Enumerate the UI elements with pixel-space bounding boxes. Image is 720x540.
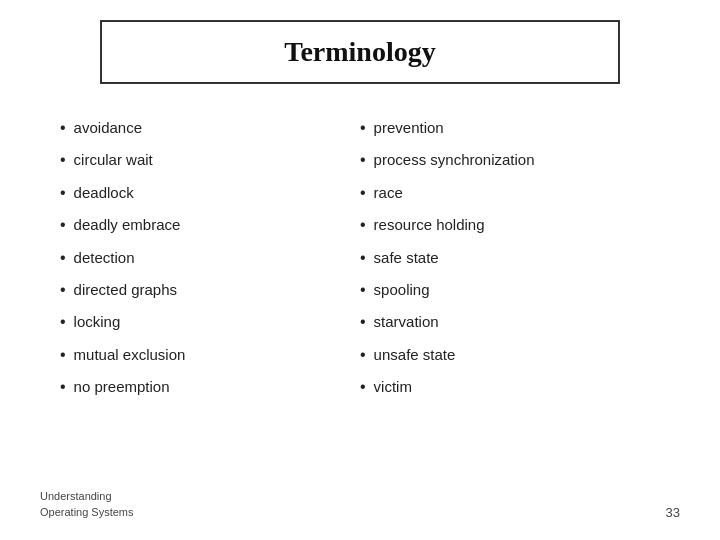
bullet-label: process synchronization	[374, 149, 535, 170]
slide-title: Terminology	[284, 36, 435, 67]
bullet-dot: •	[60, 344, 66, 366]
list-item: •deadlock	[60, 179, 360, 207]
list-item: •deadly embrace	[60, 211, 360, 239]
bullet-label: starvation	[374, 311, 439, 332]
footer-text: Understanding Operating Systems	[40, 489, 134, 520]
bullet-dot: •	[360, 149, 366, 171]
list-item: •unsafe state	[360, 341, 660, 369]
bullet-label: circular wait	[74, 149, 153, 170]
list-item: •starvation	[360, 308, 660, 336]
bullet-label: no preemption	[74, 376, 170, 397]
bullet-dot: •	[360, 182, 366, 204]
bullet-dot: •	[360, 279, 366, 301]
list-item: •race	[360, 179, 660, 207]
list-item: •mutual exclusion	[60, 341, 360, 369]
bullet-label: prevention	[374, 117, 444, 138]
bullet-label: safe state	[374, 247, 439, 268]
bullet-dot: •	[360, 311, 366, 333]
footer-line2: Operating Systems	[40, 505, 134, 520]
bullet-label: directed graphs	[74, 279, 177, 300]
title-box: Terminology	[100, 20, 620, 84]
list-item: •spooling	[360, 276, 660, 304]
bullet-label: deadly embrace	[74, 214, 181, 235]
bullet-dot: •	[60, 182, 66, 204]
bullet-label: mutual exclusion	[74, 344, 186, 365]
bullet-dot: •	[360, 344, 366, 366]
bullet-dot: •	[360, 214, 366, 236]
bullet-dot: •	[60, 376, 66, 398]
bullet-label: resource holding	[374, 214, 485, 235]
page-number: 33	[666, 505, 680, 520]
right-column: •prevention•process synchronization•race…	[360, 114, 660, 479]
footer: Understanding Operating Systems 33	[40, 479, 680, 520]
bullet-dot: •	[60, 247, 66, 269]
bullet-label: detection	[74, 247, 135, 268]
footer-line1: Understanding	[40, 489, 134, 504]
bullet-label: deadlock	[74, 182, 134, 203]
bullet-label: spooling	[374, 279, 430, 300]
list-item: •no preemption	[60, 373, 360, 401]
slide: Terminology •avoidance•circular wait•dea…	[0, 0, 720, 540]
bullet-label: race	[374, 182, 403, 203]
list-item: •resource holding	[360, 211, 660, 239]
bullet-label: victim	[374, 376, 412, 397]
content-area: •avoidance•circular wait•deadlock•deadly…	[40, 114, 680, 479]
list-item: •directed graphs	[60, 276, 360, 304]
list-item: •locking	[60, 308, 360, 336]
list-item: •victim	[360, 373, 660, 401]
bullet-label: unsafe state	[374, 344, 456, 365]
list-item: •detection	[60, 244, 360, 272]
bullet-dot: •	[360, 247, 366, 269]
bullet-dot: •	[60, 311, 66, 333]
bullet-dot: •	[60, 117, 66, 139]
list-item: •avoidance	[60, 114, 360, 142]
list-item: •safe state	[360, 244, 660, 272]
bullet-dot: •	[60, 214, 66, 236]
bullet-dot: •	[60, 149, 66, 171]
bullet-dot: •	[60, 279, 66, 301]
list-item: •prevention	[360, 114, 660, 142]
bullet-label: avoidance	[74, 117, 142, 138]
bullet-dot: •	[360, 376, 366, 398]
bullet-label: locking	[74, 311, 121, 332]
left-column: •avoidance•circular wait•deadlock•deadly…	[60, 114, 360, 479]
list-item: •circular wait	[60, 146, 360, 174]
bullet-dot: •	[360, 117, 366, 139]
list-item: •process synchronization	[360, 146, 660, 174]
